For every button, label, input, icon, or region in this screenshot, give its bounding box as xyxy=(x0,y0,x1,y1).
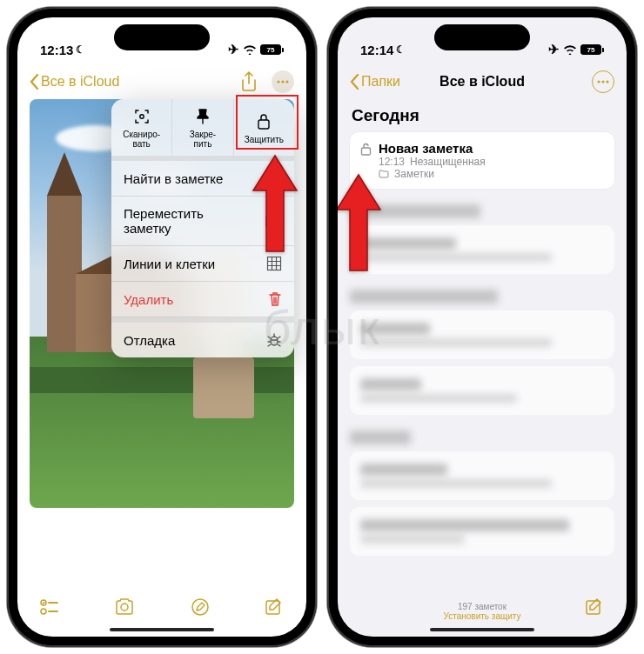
svg-point-11 xyxy=(192,599,208,615)
ant-icon xyxy=(266,332,282,348)
camera-icon[interactable] xyxy=(114,598,135,616)
svg-point-9 xyxy=(41,609,46,614)
airplane-icon: ✈︎ xyxy=(228,42,239,57)
dynamic-island xyxy=(434,24,530,50)
blurred-section xyxy=(350,430,614,556)
more-button[interactable] xyxy=(592,70,614,93)
menu-lock[interactable]: Защитить xyxy=(233,99,294,156)
note-folder: Заметки xyxy=(394,168,434,180)
svg-rect-4 xyxy=(258,120,269,129)
footer-info: 197 заметок Установить защиту xyxy=(338,602,627,621)
dnd-icon: ☾ xyxy=(396,43,406,56)
phone-right: 12:14 ☾ ✈︎ 75 Папки Все в iCloud Сегод xyxy=(327,7,637,647)
context-menu: Сканиро- вать Закре- пить Защитить Найти… xyxy=(111,99,294,357)
menu-move[interactable]: Переместить заметку xyxy=(111,197,294,246)
menu-scan-label: Сканиро- вать xyxy=(123,130,160,149)
svg-point-13 xyxy=(597,80,600,83)
wifi-icon xyxy=(563,44,577,55)
home-indicator xyxy=(430,628,534,631)
battery-icon: 75 xyxy=(260,44,284,55)
ellipsis-icon xyxy=(277,80,289,83)
compose-icon[interactable] xyxy=(265,597,284,617)
menu-move-label: Переместить заметку xyxy=(124,206,237,236)
blurred-section xyxy=(350,290,614,415)
trash-icon xyxy=(268,291,282,307)
chevron-left-icon xyxy=(30,74,39,90)
grid-icon xyxy=(266,256,282,271)
svg-point-15 xyxy=(606,80,608,83)
back-button[interactable]: Папки xyxy=(350,74,400,90)
ellipsis-icon xyxy=(597,80,609,83)
battery-icon: 75 xyxy=(580,44,604,55)
section-header: Сегодня xyxy=(352,106,613,125)
svg-point-3 xyxy=(139,115,143,118)
chevron-left-icon xyxy=(350,74,359,90)
svg-rect-16 xyxy=(362,148,371,155)
dynamic-island xyxy=(114,24,210,50)
menu-delete[interactable]: Удалить xyxy=(111,282,294,317)
wifi-icon xyxy=(243,44,257,55)
menu-find-label: Найти в заметке xyxy=(124,171,223,186)
airplane-icon: ✈︎ xyxy=(548,42,560,57)
svg-point-0 xyxy=(277,80,279,83)
menu-scan[interactable]: Сканиро- вать xyxy=(111,99,171,156)
more-button[interactable] xyxy=(272,70,294,93)
screen-right: 12:14 ☾ ✈︎ 75 Папки Все в iCloud Сегод xyxy=(338,17,627,637)
svg-point-5 xyxy=(268,172,278,182)
back-label: Все в iCloud xyxy=(41,74,119,90)
menu-pin-label: Закре- пить xyxy=(190,130,216,149)
back-label: Папки xyxy=(361,74,400,90)
nav-title: Все в iCloud xyxy=(439,74,525,90)
home-indicator xyxy=(110,628,214,631)
note-time: 12:13 xyxy=(379,156,405,168)
menu-lines[interactable]: Линии и клетки xyxy=(111,246,294,282)
notes-list: Сегодня Новая заметка 12:13 Незащищенная… xyxy=(338,101,627,584)
nav-bar: Все в iCloud xyxy=(17,64,306,99)
nav-bar: Папки Все в iCloud xyxy=(338,64,627,99)
folder-small-icon xyxy=(379,170,389,178)
lock-icon xyxy=(257,113,271,130)
svg-point-10 xyxy=(121,604,128,611)
screen-left: 12:13 ☾ ✈︎ 75 Все в iCloud xyxy=(17,17,306,637)
status-time: 12:13 xyxy=(40,43,73,57)
menu-debug-label: Отладка xyxy=(124,333,175,348)
menu-lines-label: Линии и клетки xyxy=(124,257,215,271)
svg-point-1 xyxy=(281,80,284,83)
note-title: Новая заметка xyxy=(379,141,604,156)
unlock-icon xyxy=(360,143,372,156)
note-content: Сканиро- вать Закре- пить Защитить Найти… xyxy=(30,99,294,584)
menu-lock-label: Защитить xyxy=(245,135,284,144)
search-icon xyxy=(266,170,282,186)
note-item[interactable]: Новая заметка 12:13 Незащищенная Заметки xyxy=(350,132,614,189)
toolbar xyxy=(17,586,306,628)
pin-icon xyxy=(195,108,211,125)
svg-point-2 xyxy=(285,80,288,83)
share-icon[interactable] xyxy=(240,71,258,92)
menu-debug[interactable]: Отладка xyxy=(111,317,294,357)
note-status: Незащищенная xyxy=(410,156,486,168)
folder-icon xyxy=(265,214,282,228)
svg-point-14 xyxy=(601,80,604,83)
set-protection-link[interactable]: Установить защиту xyxy=(338,611,627,621)
markup-icon[interactable] xyxy=(191,597,210,617)
svg-rect-6 xyxy=(268,257,281,270)
scan-icon xyxy=(133,108,151,125)
phone-left: 12:13 ☾ ✈︎ 75 Все в iCloud xyxy=(7,7,317,647)
svg-point-7 xyxy=(271,337,278,345)
back-button[interactable]: Все в iCloud xyxy=(30,74,119,90)
blurred-section xyxy=(350,204,614,274)
menu-delete-label: Удалить xyxy=(124,292,173,307)
checklist-icon[interactable] xyxy=(40,598,59,616)
notes-count: 197 заметок xyxy=(338,602,627,611)
status-time: 12:14 xyxy=(360,43,393,57)
dnd-icon: ☾ xyxy=(76,43,85,56)
menu-pin[interactable]: Закре- пить xyxy=(171,99,232,156)
menu-find[interactable]: Найти в заметке xyxy=(111,161,294,197)
